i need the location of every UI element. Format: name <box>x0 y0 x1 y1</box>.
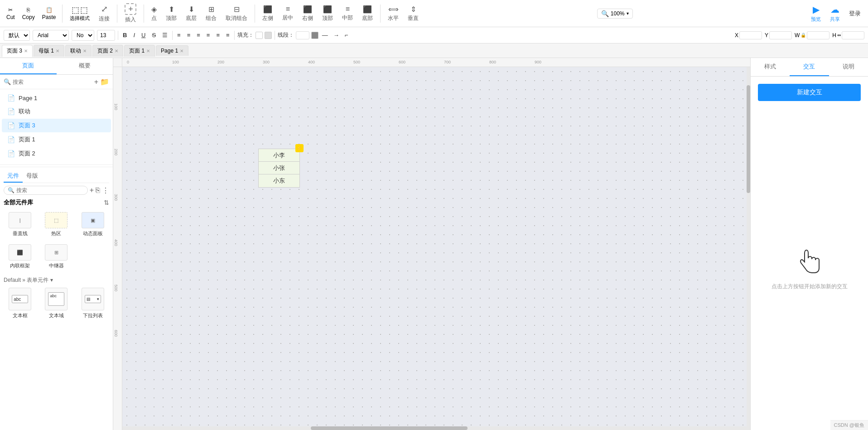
dropdown-item[interactable]: ▤▾ 下拉列表 <box>77 286 109 321</box>
align-right-text-button[interactable]: ≡ <box>195 31 202 39</box>
scrollbar-thumb-v[interactable] <box>747 85 750 193</box>
w-input[interactable] <box>807 31 829 39</box>
ungroup-button[interactable]: ⊟ 取消组合 <box>222 3 251 24</box>
tab-master1-close[interactable]: ✕ <box>56 48 59 53</box>
style-select[interactable]: 默认 <box>4 30 30 41</box>
zoom-control[interactable]: 🔍 100% ▾ <box>597 9 633 19</box>
pages-search-input[interactable] <box>13 79 92 85</box>
textbox-item[interactable]: abc 文本框 <box>4 286 36 321</box>
tab-page3[interactable]: 页面 3 ✕ <box>2 45 33 57</box>
align-center-button[interactable]: ≡ 居中 <box>279 3 297 24</box>
canvas-grid[interactable]: ⚡ 小李 小张 小东 <box>122 67 750 430</box>
stroke-cap-btn[interactable]: → <box>332 31 341 39</box>
vertical-line-item[interactable]: | 垂直线 <box>4 210 36 239</box>
tab-page1a-close[interactable]: ✕ <box>146 48 150 53</box>
tab-page2-close[interactable]: ✕ <box>115 48 118 53</box>
share-button[interactable]: ☁ 共享 <box>826 2 844 24</box>
list-button[interactable]: ☰ <box>160 31 169 39</box>
align-center-text-button[interactable]: ≡ <box>185 31 193 39</box>
tab-page1-close[interactable]: ✕ <box>180 48 183 53</box>
login-button[interactable]: 登录 <box>845 8 864 19</box>
description-tab[interactable]: 说明 <box>829 58 868 76</box>
tab-page2[interactable]: 页面 2 ✕ <box>92 45 123 57</box>
inline-frame-item[interactable]: ⬛ 内联框架 <box>4 242 36 271</box>
align-top-button[interactable]: ⬛ 顶部 <box>318 3 337 24</box>
style-tab[interactable]: 样式 <box>751 58 790 76</box>
dist-v-button[interactable]: ⇕ 垂直 <box>404 3 422 24</box>
underline-button[interactable]: U <box>140 31 147 39</box>
select-mode-button[interactable]: ⬚ ⬚ 选择模式 <box>66 3 93 24</box>
widget-table[interactable]: 小李 小张 小东 <box>258 149 300 188</box>
strikethrough-button[interactable]: S <box>150 31 158 39</box>
textarea-item[interactable]: abc 文本域 <box>40 286 72 321</box>
copy-component-button[interactable]: ⎘ <box>96 186 100 194</box>
normal-select[interactable]: Normal <box>72 30 94 41</box>
add-page-button[interactable]: + <box>94 78 98 86</box>
component-search-input[interactable] <box>16 187 84 193</box>
page-item-page1[interactable]: 📄 Page 1 <box>2 92 111 104</box>
paste-button[interactable]: 📋 Paste <box>39 6 59 21</box>
copy-button[interactable]: ⎘ Copy <box>19 6 38 21</box>
bold-button[interactable]: B <box>121 31 129 39</box>
dynamic-panel-item[interactable]: ▣ 动态面板 <box>77 210 109 239</box>
font-family-select[interactable]: Arial <box>33 30 69 41</box>
font-size-input[interactable] <box>97 30 115 41</box>
canvas-scrollbar-v[interactable] <box>747 67 750 426</box>
align-left-button[interactable]: ⬛ 左侧 <box>259 3 277 24</box>
align-bottom-button[interactable]: ⬛ 底部 <box>358 3 376 24</box>
align-mid-button[interactable]: ≡ 中部 <box>338 3 357 24</box>
dist-h-button[interactable]: ⟺ 水平 <box>384 3 402 24</box>
stroke-color-box[interactable] <box>311 32 318 39</box>
new-interaction-button[interactable]: 新建交互 <box>758 84 861 101</box>
page-item-page1b[interactable]: 📄 页面 1 <box>2 133 111 146</box>
repeater-item[interactable]: ⊞ 中继器 <box>40 242 72 271</box>
hotspot-item[interactable]: ⬚ 热区 <box>40 210 72 239</box>
tab-page1[interactable]: Page 1 ✕ <box>156 45 188 56</box>
h-input[interactable] <box>842 31 864 39</box>
interaction-tab[interactable]: 交互 <box>790 58 829 76</box>
tab-page1a[interactable]: 页面 1 ✕ <box>124 45 155 57</box>
fill-color-box2[interactable] <box>265 32 272 39</box>
stroke-join-btn[interactable]: ⌐ <box>343 31 350 39</box>
page-item-page2[interactable]: 📄 页面 2 <box>2 147 111 160</box>
stroke-style-btn[interactable]: — <box>320 31 330 39</box>
fill-color-box[interactable] <box>256 32 263 39</box>
canvas-area[interactable]: 0 100 200 300 400 500 600 700 800 900 10… <box>113 58 750 430</box>
top-button[interactable]: ⬆ 顶部 <box>162 3 180 24</box>
x-input[interactable] <box>739 31 762 39</box>
align-top-text-button[interactable]: ≡ <box>214 31 222 39</box>
page-item-page3[interactable]: 📄 页面 3 <box>2 119 111 132</box>
cut-button[interactable]: ✂ Cut <box>4 6 18 21</box>
components-tab[interactable]: 元件 <box>4 170 23 183</box>
align-bottom-text-button[interactable]: ≡ <box>224 31 231 39</box>
scrollbar-thumb-h[interactable] <box>311 426 468 430</box>
insert-button[interactable]: + 插入 <box>121 1 140 25</box>
more-component-button[interactable]: ⋮ <box>102 186 109 195</box>
italic-button[interactable]: I <box>131 31 137 39</box>
add-component-button[interactable]: + <box>90 186 94 194</box>
default-section-label[interactable]: Default » 表单元件 ▾ <box>4 277 53 283</box>
expand-icon[interactable]: ⇅ <box>104 199 109 206</box>
stroke-width-input[interactable] <box>296 31 309 39</box>
pages-tab[interactable]: 页面 <box>0 58 57 74</box>
add-folder-button[interactable]: 📁 <box>100 77 109 86</box>
align-justify-text-button[interactable]: ≡ <box>205 31 212 39</box>
y-input[interactable] <box>769 31 792 39</box>
connect-button[interactable]: ⤢ 连接 <box>95 2 113 24</box>
canvas-scrollbar-h[interactable] <box>122 426 750 430</box>
preview-button[interactable]: ▶ 预览 <box>807 2 825 24</box>
tab-master1[interactable]: 母版 1 ✕ <box>34 45 64 57</box>
point-button[interactable]: ◈ 点 <box>148 3 160 24</box>
page-item-linked[interactable]: 📄 联动 <box>2 105 111 118</box>
tab-linked-close[interactable]: ✕ <box>83 48 87 53</box>
lock-icon: 🔒 <box>800 33 806 38</box>
outline-tab[interactable]: 概要 <box>57 58 113 74</box>
tab-linked[interactable]: 联动 ✕ <box>65 45 92 57</box>
masters-tab[interactable]: 母版 <box>23 170 42 183</box>
group-button[interactable]: ⊞ 组合 <box>202 3 220 24</box>
tab-page3-close[interactable]: ✕ <box>24 48 28 53</box>
canvas-widget[interactable]: ⚡ 小李 小张 小东 <box>258 149 300 188</box>
layer-button[interactable]: ⬇ 底层 <box>182 3 200 24</box>
align-left-text-button[interactable]: ≡ <box>175 31 183 39</box>
align-right-button[interactable]: ⬛ 右侧 <box>299 3 317 24</box>
